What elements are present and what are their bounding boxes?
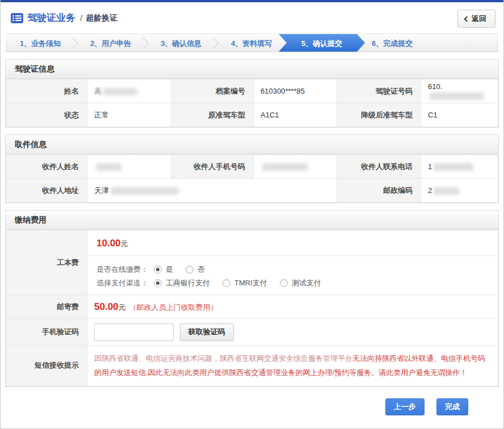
radio-online-no[interactable] <box>186 266 194 274</box>
masked-prefix: 1 <box>428 162 432 171</box>
breadcrumb-current: 超龄换证 <box>86 13 117 23</box>
step-tab-fill-materials[interactable]: 4、资料填写 <box>216 34 287 52</box>
table-row: 收件人地址 天津 邮政编码 2 <box>6 179 498 203</box>
pickup-info-table: 收件人姓名 收件人手机号码 收件人联系电话 1 收件人地址 天津 邮政编码 2 <box>6 154 498 203</box>
work-fee-label: 工本费 <box>6 230 87 295</box>
table-row: 手机验证码 获取验证码 <box>6 319 498 346</box>
step-label: 5、确认提交 <box>301 39 342 48</box>
page-title: 驾驶证业务 <box>27 11 75 24</box>
work-fee-unit: 元 <box>121 239 128 248</box>
recipient-address-label: 收件人地址 <box>6 179 87 203</box>
original-class-label: 原准驾车型 <box>171 103 254 127</box>
page-header: 驾驶证业务 / 超龄换证 返回 <box>1 2 503 33</box>
table-row: 邮寄费 50.00元（邮政人员上门收取费用） <box>6 295 498 319</box>
section-title-pickup-info: 取件信息 <box>6 135 498 154</box>
postal-code-value: 2 <box>421 179 498 203</box>
step-label: 3、确认信息 <box>161 39 201 48</box>
table-row: 状态 正常 原准驾车型 A1C1 降级后准驾车型 C1 <box>6 103 498 127</box>
masked-prefix: 610. <box>428 82 442 91</box>
step-label: 2、用户申告 <box>90 39 131 48</box>
recipient-phone-label: 收件人联系电话 <box>337 155 421 179</box>
masked-value <box>96 163 121 171</box>
mail-fee-label: 邮寄费 <box>6 295 87 319</box>
masked-value <box>430 92 484 100</box>
mail-fee-value: 50.00元（邮政人员上门收取费用） <box>87 295 498 319</box>
downgraded-class-label: 降级后准驾车型 <box>337 103 421 127</box>
work-fee-value: 10.00元 是否在线缴费： 是 否 选择支付渠道： <box>87 230 498 295</box>
masked-prefix: 天津 <box>94 186 109 195</box>
recipient-name-label: 收件人姓名 <box>6 155 87 179</box>
step-tab-user-declaration[interactable]: 2、用户申告 <box>75 34 146 52</box>
online-pay-row: 是否在线缴费： 是 否 <box>96 264 489 275</box>
step-label: 4、资料填写 <box>231 39 272 48</box>
radio-online-yes-label[interactable]: 是 <box>166 264 173 275</box>
page: 驾驶证业务 / 超龄换证 返回 1、业务须知 2、用户申告 3、确认信息 4、资… <box>0 0 504 429</box>
recipient-address-value: 天津 <box>87 179 337 203</box>
step-tab-business-notice[interactable]: 1、业务须知 <box>5 34 75 52</box>
radio-channel-test-label[interactable]: 测试支付 <box>292 278 321 288</box>
masked-prefix: 2 <box>428 186 432 195</box>
section-title-license-info: 驾驶证信息 <box>6 60 498 79</box>
steps-bar: 1、业务须知 2、用户申告 3、确认信息 4、资料填写 5、确认提交 6、完成提… <box>5 33 499 52</box>
online-pay-question: 是否在线缴费： <box>96 264 148 275</box>
radio-channel-icbc-label[interactable]: 工商银行支付 <box>166 278 210 288</box>
radio-channel-icbc[interactable] <box>154 279 162 287</box>
original-class-value: A1C1 <box>254 103 337 127</box>
radio-channel-tmri-label[interactable]: TMRI支付 <box>234 278 267 288</box>
table-row: 姓名 高 档案编号 610300****85 驾驶证号码 610. <box>6 79 498 103</box>
mail-fee-note: （邮政人员上门收取费用） <box>129 303 218 312</box>
table-row: 短信接收提示 因陕西省联通、电信运营商技术问题，陕西省互联网交通安全综合服务管理… <box>6 346 498 386</box>
step-label: 6、完成提交 <box>372 39 413 48</box>
step-tab-finish-submit[interactable]: 6、完成提交 <box>357 34 427 52</box>
radio-online-no-label[interactable]: 否 <box>198 264 205 275</box>
sms-code-label: 手机验证码 <box>6 319 87 346</box>
name-label: 姓名 <box>6 79 87 103</box>
section-fees: 缴纳费用 工本费 10.00元 是否在线缴费： 是 否 <box>5 210 499 387</box>
work-fee-amount: 10.00 <box>96 238 121 249</box>
radio-online-yes[interactable] <box>154 266 162 274</box>
pay-channel-row: 选择支付渠道： 工商银行支付 TMRI支付 测试支付 <box>96 278 489 288</box>
masked-value <box>111 187 179 195</box>
sms-code-input[interactable] <box>94 323 174 341</box>
sms-notice-text: 因陕西省联通、电信运营商技术问题，陕西省互联网交通安全综合服务管理平台无法向持陕… <box>87 346 498 386</box>
previous-step-button[interactable]: 上一步 <box>385 398 425 415</box>
masked-value <box>434 187 459 195</box>
file-number-value: 610300****85 <box>254 79 337 103</box>
step-tab-confirm-submit[interactable]: 5、确认提交 <box>279 34 365 52</box>
status-value: 正常 <box>87 103 171 127</box>
sms-code-cell: 获取验证码 <box>87 319 498 346</box>
name-value: 高 <box>87 79 171 103</box>
mail-fee-unit: 元 <box>119 303 126 312</box>
breadcrumb-separator: / <box>80 13 82 23</box>
work-fee-amount-line: 10.00元 <box>87 230 498 255</box>
sms-notice-label: 短信接收提示 <box>6 346 87 386</box>
chevron-left-icon <box>464 16 470 22</box>
postal-code-label: 邮政编码 <box>337 179 421 203</box>
masked-prefix: 高 <box>94 87 102 95</box>
back-button-label: 返回 <box>472 14 486 24</box>
step-tab-confirm-info[interactable]: 3、确认信息 <box>146 34 216 52</box>
section-title-fees: 缴纳费用 <box>6 211 498 230</box>
back-button[interactable]: 返回 <box>457 10 495 28</box>
radio-channel-tmri[interactable] <box>222 279 230 287</box>
table-row: 工本费 10.00元 是否在线缴费： 是 否 <box>6 230 498 295</box>
radio-channel-test[interactable] <box>280 279 288 287</box>
recipient-mobile-value <box>254 155 337 179</box>
pay-channel-question: 选择支付渠道： <box>96 278 148 288</box>
masked-value <box>434 163 473 171</box>
recipient-name-value <box>87 155 171 179</box>
fees-table: 工本费 10.00元 是否在线缴费： 是 否 <box>6 230 498 386</box>
mail-fee-amount: 50.00 <box>94 301 119 312</box>
footer-actions: 上一步 完成 <box>1 398 468 415</box>
finish-button[interactable]: 完成 <box>436 398 468 415</box>
sms-notice-intro: 因陕西省联通、电信运营商技术问题，陕西省互联网交通安全综合服务管理平台 <box>94 354 352 363</box>
recipient-phone-value: 1 <box>421 155 498 179</box>
masked-value <box>103 88 137 95</box>
table-row: 收件人姓名 收件人手机号码 收件人联系电话 1 <box>6 155 498 179</box>
license-info-table: 姓名 高 档案编号 610300****85 驾驶证号码 610. 状态 正常 … <box>6 79 498 127</box>
list-form-icon <box>11 13 23 23</box>
get-sms-code-button[interactable]: 获取验证码 <box>180 323 234 341</box>
license-number-label: 驾驶证号码 <box>337 79 421 103</box>
section-license-info: 驾驶证信息 姓名 高 档案编号 610300****85 驾驶证号码 610. … <box>5 59 499 128</box>
license-number-value: 610. <box>421 79 498 103</box>
